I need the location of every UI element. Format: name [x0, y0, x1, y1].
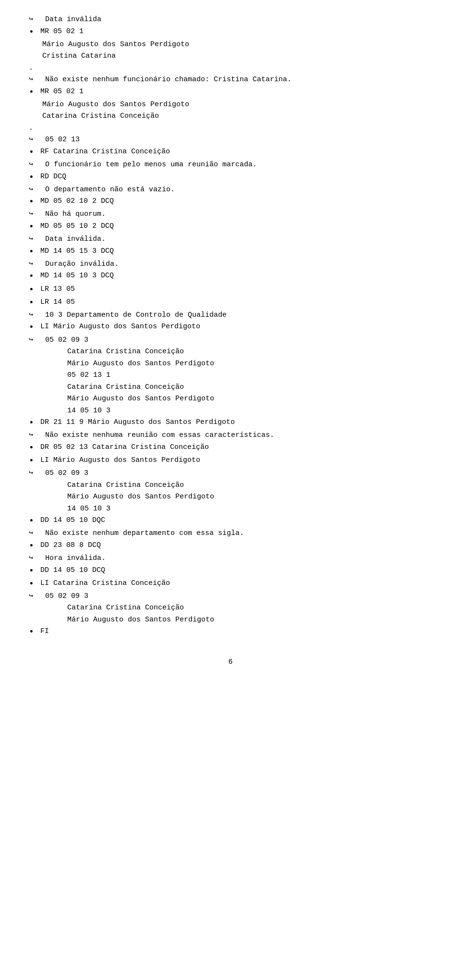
list-item: •MD 14 05 15 3 DCQ — [29, 246, 432, 258]
bullet-icon: • — [29, 284, 38, 296]
list-item: 14 05 10 3 — [29, 504, 432, 515]
bullet-icon: • — [29, 172, 38, 184]
list-item: Catarina Cristina Conceição — [29, 111, 432, 122]
list-item: •RF Catarina Cristina Conceição — [29, 147, 432, 159]
bullet-icon: • — [29, 196, 38, 208]
list-item: 05 02 13 1 — [29, 370, 432, 381]
bullet-icon: • — [29, 87, 38, 99]
arrow-icon: ↪ — [29, 135, 43, 146]
list-item: •RD DCQ — [29, 172, 432, 184]
bullet-icon: • — [29, 221, 38, 233]
arrow-icon: ↪ — [29, 234, 43, 245]
list-item: •FI — [29, 626, 432, 638]
list-item: ↪Não há quorum. — [29, 209, 432, 220]
list-item: •DR 21 11 9 Mário Augusto dos Santos Per… — [29, 417, 432, 429]
list-item: Mário Augusto dos Santos Perdigoto — [29, 615, 432, 626]
list-item: ↪Hora inválida. — [29, 553, 432, 564]
list-item: ↪05 02 13 — [29, 135, 432, 146]
list-item: •MD 05 02 10 2 DCQ — [29, 196, 432, 208]
main-content: ↪Data inválida•MR 05 02 1Mário Augusto d… — [29, 14, 432, 666]
list-item: 14 05 10 3 — [29, 406, 432, 417]
list-item: ↪05 02 09 3 — [29, 335, 432, 346]
list-item: . — [29, 63, 432, 74]
list-item: •LI Catarina Cristina Conceição — [29, 578, 432, 590]
arrow-icon: ↪ — [29, 528, 43, 539]
list-item: Catarina Cristina Conceição — [29, 480, 432, 491]
arrow-icon: ↪ — [29, 310, 43, 321]
list-item: ↪05 02 09 3 — [29, 591, 432, 602]
list-item: Catarina Cristina Conceição — [29, 347, 432, 358]
arrow-icon: ↪ — [29, 74, 43, 86]
page-number: 6 — [29, 658, 432, 666]
list-item: Cristina Catarina — [29, 51, 432, 62]
bullet-icon: • — [29, 626, 38, 638]
list-item: ↪O departamento não está vazio. — [29, 185, 432, 196]
list-item: Mário Augusto dos Santos Perdigoto — [29, 359, 432, 370]
list-item: Catarina Cristina Conceição — [29, 603, 432, 614]
list-item: •MR 05 02 1 — [29, 26, 432, 38]
list-item: •DR 05 02 13 Catarina Cristina Conceição — [29, 442, 432, 454]
list-item: Catarina Cristina Conceição — [29, 382, 432, 393]
bullet-icon: • — [29, 147, 38, 159]
arrow-icon: ↪ — [29, 14, 43, 25]
list-item: •DD 14 05 10 DQC — [29, 515, 432, 527]
list-item: ↪Data inválida — [29, 14, 432, 25]
list-item: Mário Augusto dos Santos Perdigoto — [29, 39, 432, 50]
arrow-icon: ↪ — [29, 185, 43, 196]
list-item: •LI Mário Augusto dos Santos Perdigoto — [29, 455, 432, 467]
list-item: Mário Augusto dos Santos Perdigoto — [29, 99, 432, 111]
list-item: ↪Não existe nenhum departamento com essa… — [29, 528, 432, 539]
arrow-icon: ↪ — [29, 553, 43, 564]
arrow-icon: ↪ — [29, 160, 43, 171]
list-item: ↪10 3 Departamento de Controlo de Qualid… — [29, 310, 432, 321]
list-item: •MR 05 02 1 — [29, 87, 432, 99]
list-item: Mário Augusto dos Santos Perdigoto — [29, 492, 432, 503]
arrow-icon: ↪ — [29, 259, 43, 270]
bullet-icon: • — [29, 515, 38, 527]
list-item: •DD 23 08 8 DCQ — [29, 540, 432, 552]
bullet-icon: • — [29, 442, 38, 454]
list-item: ↪05 02 09 3 — [29, 468, 432, 479]
arrow-icon: ↪ — [29, 591, 43, 602]
bullet-icon: • — [29, 540, 38, 552]
list-item: •LR 14 05 — [29, 297, 432, 309]
list-item: •LR 13 05 — [29, 284, 432, 296]
bullet-icon: • — [29, 417, 38, 429]
arrow-icon: ↪ — [29, 209, 43, 220]
list-item: •DD 14 05 10 DCQ — [29, 565, 432, 577]
list-item: ↪O funcionário tem pelo menos uma reuniã… — [29, 160, 432, 171]
list-item: ↪Duração inválida. — [29, 259, 432, 270]
bullet-icon: • — [29, 565, 38, 577]
arrow-icon: ↪ — [29, 335, 43, 346]
list-item: ↪Não existe nenhum funcionário chamado: … — [29, 74, 432, 86]
bullet-icon: • — [29, 26, 38, 38]
list-item: ↪Não existe nenhuma reunião com essas ca… — [29, 430, 432, 441]
bullet-icon: • — [29, 297, 38, 309]
list-item: •MD 14 05 10 3 DCQ — [29, 271, 432, 283]
bullet-icon: • — [29, 322, 38, 334]
bullet-icon: • — [29, 271, 38, 283]
list-item: . — [29, 123, 432, 134]
list-item: Mário Augusto dos Santos Perdigoto — [29, 394, 432, 405]
bullet-icon: • — [29, 578, 38, 590]
list-item: ↪Data inválida. — [29, 234, 432, 245]
bullet-icon: • — [29, 246, 38, 258]
bullet-icon: • — [29, 455, 38, 467]
arrow-icon: ↪ — [29, 430, 43, 441]
arrow-icon: ↪ — [29, 468, 43, 479]
list-item: •MD 05 05 10 2 DCQ — [29, 221, 432, 233]
list-item: •LI Mário Augusto dos Santos Perdigoto — [29, 322, 432, 334]
